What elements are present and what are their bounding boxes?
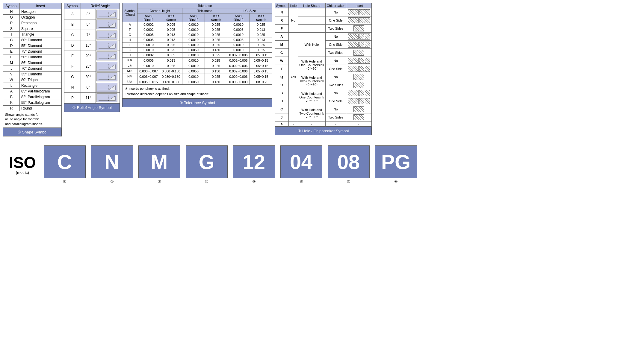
hole-insert-cell xyxy=(346,25,371,33)
hole-shape-cell: With Hole andOne Countersink40°~60° xyxy=(298,57,326,73)
tol-th-iso-val: 0.025 xyxy=(205,22,227,27)
iso-code-num: ⑦ xyxy=(347,179,350,184)
relief-row: N 0° xyxy=(64,82,120,93)
shape-insert-cell: 80° Trigon xyxy=(20,77,62,83)
tol-ic-iso-val: 0.08~0.25 xyxy=(250,79,272,85)
hole-symbol-cell: J xyxy=(275,113,289,121)
relief-symbol-cell: P xyxy=(64,93,81,103)
hole-row: AYesWith HoleNo xyxy=(275,33,372,41)
relief-row: E 20° xyxy=(64,51,120,61)
tolerance-table: Symbol(Class) Tolerance Corner Height Th… xyxy=(122,3,272,85)
tol-col-corner-height: Corner Height xyxy=(137,8,182,13)
tol-th-iso-val: 0.025 xyxy=(205,63,227,69)
iso-main-text: ISO xyxy=(9,155,36,170)
tolerance-row: H 0.0005 0.013 0.0010 0.025 0.0005 0.013 xyxy=(123,37,272,42)
hatch-split xyxy=(353,82,364,88)
tol-ch-iso-val: 0.005 xyxy=(160,53,182,58)
relief-angle-label: ② Relief Angle Symbol xyxy=(64,103,120,112)
hole-shape-cell: With Hole xyxy=(298,33,326,57)
shape-symbol-cell: F xyxy=(3,54,20,60)
hole-symbol-cell: H xyxy=(275,97,289,105)
tol-ic-ansi: ANSI(±inch) xyxy=(227,13,250,22)
relief-angle-cell: 3° xyxy=(81,9,96,19)
tol-header-tolerance: Tolerance xyxy=(137,3,272,8)
tol-th-iso-val: 0.025 xyxy=(205,37,227,42)
tol-th-ansi-val: 0.0010 xyxy=(182,32,205,37)
iso-code-letter: G xyxy=(186,145,228,178)
tol-ch-ansi-val: 0.0005 xyxy=(137,58,160,63)
tol-ch-ansi-val: 0.0010 xyxy=(137,42,160,48)
hole-chipbreaker-cell: No xyxy=(325,8,346,16)
hole-symbol-cell: Q xyxy=(275,73,289,81)
hole-insert-cell xyxy=(346,16,371,25)
hole-type-cell: - xyxy=(288,121,298,127)
shape-symbol-table: Symbol Insert HHexagonOOctagonPPentagonS… xyxy=(3,3,62,111)
tol-ch-ansi: ANSI(±inch) xyxy=(137,13,160,22)
iso-code-box: G ④ xyxy=(186,145,228,184)
hole-insert-cell xyxy=(346,41,371,49)
hole-insert-cell xyxy=(346,89,371,97)
tol-ch-ansi-val: 0.0010 xyxy=(137,63,160,69)
tol-ch-ansi-val: 0.0002 xyxy=(137,22,160,27)
shape-symbol-cell: J xyxy=(3,66,20,72)
tol-ic-ansi-val: 0.002~0.006 xyxy=(227,53,250,58)
iso-code-num: ③ xyxy=(158,179,161,184)
iso-code-letter: 12 xyxy=(233,145,275,178)
tol-ch-iso-val: 0.080~0.180 xyxy=(160,69,182,74)
tol-th-ansi-val: 0.0010 xyxy=(182,63,205,69)
shape-row: HHexagon xyxy=(3,9,62,15)
shape-row: E75° Diamond xyxy=(3,49,62,54)
tol-symbol: H xyxy=(123,37,137,42)
hole-symbol-cell: N xyxy=(275,8,289,16)
tol-ic-iso-val: 0.013 xyxy=(250,37,272,42)
relief-angle-cell: 15° xyxy=(81,40,96,51)
hatch-split xyxy=(348,98,359,104)
hatch-split xyxy=(359,90,370,96)
tol-th-ansi-val: 0.0050 xyxy=(182,48,205,53)
tol-ic-iso-val: 0.025 xyxy=(250,32,272,37)
hole-insert-cell xyxy=(346,81,371,89)
tolerance-label: ③ Tolerance Symbol xyxy=(122,98,272,107)
hatch-split xyxy=(353,106,364,112)
iso-bar: ISO (metric) C ① N ② M ③ G ④ 12 ⑤ 04 ⑥ 0… xyxy=(3,145,641,184)
hole-row: X---- xyxy=(275,121,372,127)
tolerance-row: K※ 0.0005 0.013 0.0010 0.025 0.002~0.006… xyxy=(123,58,272,63)
tol-th-ansi-val: 0.0050 xyxy=(182,69,205,74)
iso-code-box: 12 ⑤ xyxy=(233,145,275,184)
hole-col-hole-shape: Hole Shape xyxy=(298,3,326,8)
hatch-split xyxy=(359,42,370,48)
hole-insert-cell xyxy=(346,57,371,65)
relief-angle-cell: 7° xyxy=(81,30,96,40)
hole-insert-cell xyxy=(346,49,371,57)
tol-th-ansi-val: 0.0010 xyxy=(182,58,205,63)
shape-row: F50° Diamond xyxy=(3,54,62,60)
shape-symbol-cell: K xyxy=(3,100,20,106)
hatch-split xyxy=(359,98,370,104)
iso-code-letter: PG xyxy=(375,145,417,178)
tol-ch-iso-val: 0.025 xyxy=(160,63,182,69)
svg-marker-18 xyxy=(99,75,115,80)
relief-angle-cell: 25° xyxy=(81,61,96,72)
relief-angle-cell: 30° xyxy=(81,72,96,82)
tol-ch-ansi-val: 0.003~0.007 xyxy=(137,74,160,79)
tol-th-iso: ISO(±mm) xyxy=(205,13,227,22)
shape-insert-cell: 80° Diamond xyxy=(20,37,62,43)
iso-code-num: ② xyxy=(110,179,114,184)
shape-symbol-cell: R xyxy=(3,106,20,111)
hole-symbol-cell: W xyxy=(275,57,289,65)
relief-symbol-cell: N xyxy=(64,82,81,93)
hole-chipbreaker-cell: One Side xyxy=(325,65,346,73)
tol-ic-ansi-val: 0.0010 xyxy=(227,42,250,48)
tol-ic-iso-val: 0.025 xyxy=(250,42,272,48)
hole-chipbreaker-section: Symbol Hole Hole Shape Chipbreaker Inser… xyxy=(275,3,372,135)
shape-insert-cell: 70° Diamond xyxy=(20,66,62,72)
tol-symbol: U※ xyxy=(123,79,137,85)
tol-ic-ansi-val: 0.0010 xyxy=(227,22,250,27)
hole-chipbreaker-label: ④ Hole / Chipbreaker Symbol xyxy=(275,127,372,135)
shape-insert-cell: 86° Diamond xyxy=(20,60,62,66)
tol-ic-ansi-val: 0.003~0.009 xyxy=(227,79,250,85)
tol-symbol: J xyxy=(123,53,137,58)
shape-insert-cell: 35° Diamond xyxy=(20,72,62,77)
hole-shape-cell: - xyxy=(298,121,326,127)
relief-row: F 25° xyxy=(64,61,120,72)
